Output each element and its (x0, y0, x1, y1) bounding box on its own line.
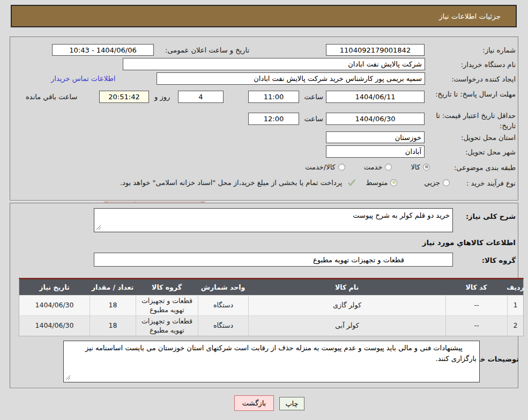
cell-item-group: قطعات و تجهیزات تهویه مطبوع (136, 295, 198, 315)
cell-item-name: کولر گازی (248, 295, 445, 315)
category-label: طبقه بندی موضوعی: (435, 163, 516, 173)
cell-row-number: 2 (507, 315, 523, 336)
page: AriaTender.net جزئیات اطلاعات نیاز شماره… (0, 0, 528, 420)
col-item-code: کد کالا (445, 279, 507, 295)
cell-item-code: -- (445, 295, 507, 315)
province-field[interactable]: خوزستان (326, 131, 425, 143)
title-bar: جزئیات اطلاعات نیاز (11, 5, 517, 27)
days-and-label: روز و (154, 93, 170, 101)
page-title: جزئیات اطلاعات نیاز (439, 12, 501, 20)
reply-deadline-date-field[interactable]: 1404/06/11 (326, 91, 425, 103)
city-field[interactable]: آبادان (326, 145, 425, 158)
need-number-field[interactable]: 1104092179001842 (326, 44, 425, 56)
col-unit: واحد شمارش (198, 279, 248, 295)
buyer-contact-link[interactable]: اطلاعات تماس خریدار (51, 75, 115, 83)
price-validity-hour-label: ساعت (304, 115, 323, 123)
buyer-notes-text: پیشنهادات فنی و مالی باید پیوست و عدم پی… (85, 344, 477, 363)
reply-deadline-hour-label: ساعت (304, 93, 323, 101)
reply-deadline-label: مهلت ارسال پاسخ: تا تاریخ: (435, 90, 516, 100)
cell-need-date: 1404/06/30 (19, 295, 90, 315)
category-option-service[interactable]: خدمت (364, 163, 383, 171)
goods-heading: اطلاعات کالاهاي مورد نیاز (382, 238, 516, 247)
table-row: 1 -- کولر گازی دستگاه قطعات و تجهیزات ته… (19, 295, 523, 315)
radio-medium-icon[interactable] (390, 179, 397, 186)
process-option-minor[interactable]: جزيي (424, 179, 440, 187)
col-item-name: نام کالا (248, 279, 445, 295)
radio-service-icon[interactable] (385, 164, 392, 171)
treasury-note: پرداخت تمام یا بخشی از مبلغ خرید،از محل … (120, 179, 343, 187)
summary-textarea[interactable]: خرید دو قلم کولر به شرح پیوست (94, 208, 453, 232)
col-item-group: گروه کالا (136, 279, 198, 295)
remaining-days-field: 4 (178, 91, 224, 103)
print-button[interactable]: چاپ (279, 397, 304, 410)
col-need-date: تاریخ نیاز (19, 279, 90, 295)
price-validity-date-field[interactable]: 1404/06/30 (326, 113, 425, 125)
goods-group-label: گروه کالا: (462, 256, 516, 264)
summary-label: شرح کلی نیاز: (451, 212, 516, 220)
cell-quantity: 18 (90, 315, 136, 336)
buyer-notes-textarea[interactable]: پیشنهادات فنی و مالی باید پیوست و عدم پی… (63, 341, 480, 382)
announce-datetime-field[interactable]: 1404/06/06 - 10:43 (52, 44, 154, 56)
cell-item-group: قطعات و تجهیزات تهویه مطبوع (136, 315, 198, 336)
radio-goods-service-icon[interactable] (338, 164, 345, 171)
price-validity-hour-field[interactable]: 12:00 (248, 113, 299, 125)
radio-goods-icon[interactable] (423, 164, 430, 171)
reply-deadline-hour-field[interactable]: 11:00 (248, 91, 299, 103)
requester-field[interactable]: سمیه بریمی پور کارشناس خرید شرکت پالایش … (157, 72, 425, 85)
cell-row-number: 1 (507, 295, 523, 315)
resize-handle-icon[interactable] (96, 225, 101, 230)
need-number-label: شماره نیاز: (425, 46, 516, 56)
resize-handle-icon[interactable] (65, 375, 71, 380)
back-button[interactable]: بازگشت (234, 395, 274, 411)
summary-text: خرید دو قلم کولر به شرح پیوست (353, 211, 450, 219)
cell-need-date: 1404/06/30 (19, 315, 90, 336)
price-validity-label: حداقل تاریخ اعتبار قیمت: تا تاریخ: (435, 111, 516, 131)
process-label: نوع فرآیند خرید : (446, 179, 516, 189)
announce-datetime-label: تاریخ و ساعت اعلان عمومی: (153, 46, 249, 56)
cell-unit: دستگاه (198, 315, 248, 336)
cell-item-code: -- (445, 315, 507, 336)
process-option-medium[interactable]: متوسط (366, 179, 388, 187)
category-option-goods-service[interactable]: کالا/خدمت (305, 163, 336, 171)
col-quantity: تعداد / مقدار (90, 279, 136, 295)
goods-table: ردیف کد کالا نام کالا واحد شمارش گروه کا… (19, 278, 524, 336)
cell-unit: دستگاه (198, 295, 248, 315)
province-label: استان محل تحویل: (425, 133, 516, 143)
table-row: 2 -- کولر آبی دستگاه قطعات و تجهیزات تهو… (19, 315, 523, 336)
cell-quantity: 18 (90, 295, 136, 315)
radio-minor-icon[interactable] (443, 179, 450, 186)
treasury-check-icon (347, 178, 356, 187)
requester-label: ایجاد کننده درخواست: (425, 75, 516, 85)
city-label: شهر محل تحویل: (425, 148, 516, 158)
cell-item-name: کولر آبی (248, 315, 445, 336)
buyer-org-field[interactable]: شرکت پالایش نفت ابادان (123, 58, 425, 70)
buyer-org-label: نام دستگاه خریدار: (425, 60, 516, 70)
countdown-timer: 20:51:42 (99, 91, 149, 103)
process-radio-group: جزيي متوسط پرداخت تمام یا بخشی از مبلغ خ… (29, 177, 450, 188)
col-row-number: ردیف (507, 279, 523, 295)
hours-remaining-label: ساعت باقي مانده (26, 93, 77, 101)
category-option-goods[interactable]: کالا (411, 163, 420, 171)
goods-group-field[interactable]: قطعات و تجهیزات تهویه مطبوع (94, 253, 453, 267)
table-header-row: ردیف کد کالا نام کالا واحد شمارش گروه کا… (19, 279, 523, 295)
category-radio-group: کالا خدمت کالا/خدمت (305, 161, 430, 172)
